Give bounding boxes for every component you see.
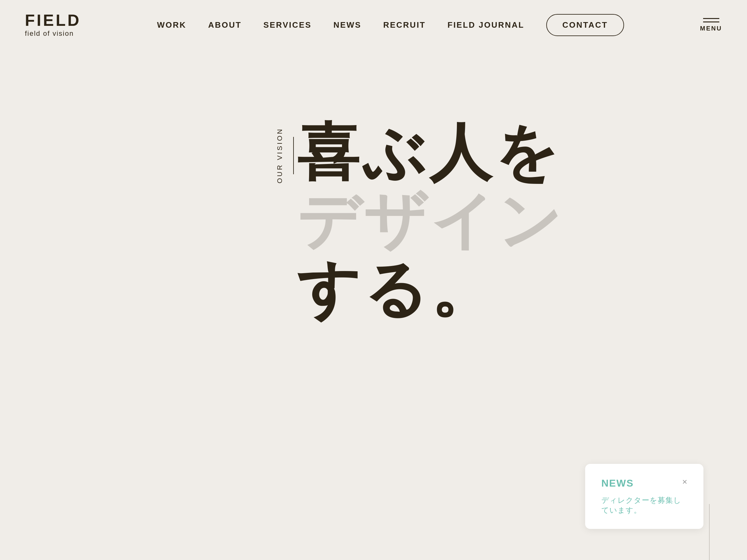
menu-label: MENU [700,25,722,32]
news-popup-text[interactable]: ディレクターを募集しています。 [601,495,687,515]
header-right: MENU [700,18,722,32]
main-nav: WORK ABOUT SERVICES NEWS RECRUIT FIELD J… [157,14,624,36]
hero-line-3: する。 [297,255,565,324]
news-popup-title: NEWS [601,478,634,489]
news-popup-header: NEWS × [601,478,687,489]
hero-section: OUR VISION 喜ぶ人を デザイン する。 [0,50,747,324]
main-content: OUR VISION 喜ぶ人を デザイン する。 NEWS × ディレクターを募… [0,0,747,560]
logo-title: FIELD [25,12,81,28]
news-popup: NEWS × ディレクターを募集しています。 [585,464,703,529]
vertical-line-decoration [709,504,710,560]
menu-line-2 [703,22,719,22]
menu-button[interactable]: MENU [700,18,722,32]
hero-line-2: デザイン [297,187,565,255]
logo-subtitle: field of vision [25,30,81,38]
nav-field-journal[interactable]: FIELD JOURNAL [447,20,524,30]
header: FIELD field of vision WORK ABOUT SERVICE… [0,0,747,50]
vision-text: OUR VISION [276,128,284,184]
nav-contact-button[interactable]: CONTACT [546,14,624,36]
news-popup-close-button[interactable]: × [682,478,687,486]
hero-text-block: 喜ぶ人を デザイン する。 [297,118,565,324]
nav-news[interactable]: NEWS [333,20,361,30]
logo[interactable]: FIELD field of vision [25,12,81,38]
menu-icon [703,18,719,22]
nav-services[interactable]: SERVICES [263,20,312,30]
vision-divider [293,137,294,174]
menu-line-1 [703,18,719,19]
nav-work[interactable]: WORK [157,20,186,30]
vision-label-container: OUR VISION [276,128,294,184]
hero-line-1: 喜ぶ人を [297,118,565,187]
nav-about[interactable]: ABOUT [208,20,241,30]
nav-recruit[interactable]: RECRUIT [383,20,426,30]
